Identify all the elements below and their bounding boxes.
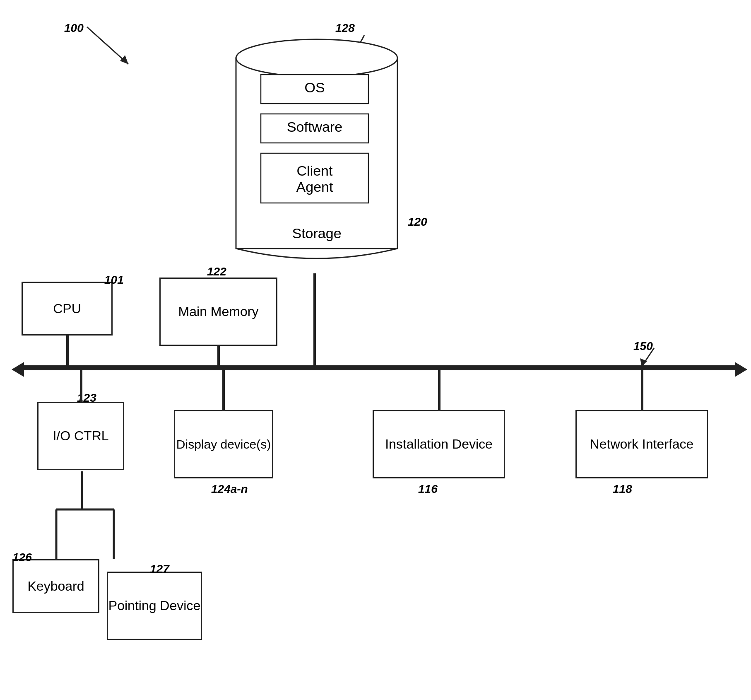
pointing-device-box: Pointing Device xyxy=(107,572,202,640)
io-keyboard-connector xyxy=(12,468,165,563)
ref-100-arrow xyxy=(83,23,141,72)
ref-122: 122 xyxy=(207,265,226,278)
io-ctrl-connector xyxy=(80,370,82,403)
ref-120: 120 xyxy=(408,215,427,229)
ref-127: 127 xyxy=(150,562,169,576)
io-ctrl-box: I/O CTRL xyxy=(37,402,124,470)
svg-text:Agent: Agent xyxy=(296,179,333,195)
installation-device-box: Installation Device xyxy=(373,410,505,478)
cpu-box: CPU xyxy=(22,282,113,336)
svg-text:Client: Client xyxy=(297,163,333,179)
bus-arrow-left xyxy=(12,362,24,377)
bus-line xyxy=(23,365,735,370)
ref-101: 101 xyxy=(104,273,124,287)
architecture-diagram: 100 128 OS Software Client Agent Storage… xyxy=(0,0,751,700)
svg-marker-1 xyxy=(120,55,128,64)
bus-arrow-right xyxy=(735,362,747,377)
ref-118: 118 xyxy=(613,483,632,496)
cpu-connector xyxy=(66,336,69,369)
ref-116: 116 xyxy=(418,483,438,496)
storage-connector xyxy=(313,273,316,369)
storage-cylinder: OS Software Client Agent Storage xyxy=(228,33,406,273)
svg-point-5 xyxy=(236,39,397,77)
ref-150-arrow xyxy=(633,344,675,373)
svg-text:Software: Software xyxy=(287,119,342,135)
display-connector xyxy=(222,370,225,411)
network-connector xyxy=(641,370,643,411)
ref-124: 124a-n xyxy=(211,483,248,496)
keyboard-box: Keyboard xyxy=(12,559,99,613)
ref-100: 100 xyxy=(64,22,84,35)
install-connector xyxy=(438,370,440,411)
network-interface-box: Network Interface xyxy=(575,410,708,478)
svg-text:Storage: Storage xyxy=(292,225,341,241)
display-device-box: Display device(s) xyxy=(174,410,273,478)
svg-text:OS: OS xyxy=(304,80,325,95)
main-memory-box: Main Memory xyxy=(159,278,277,346)
